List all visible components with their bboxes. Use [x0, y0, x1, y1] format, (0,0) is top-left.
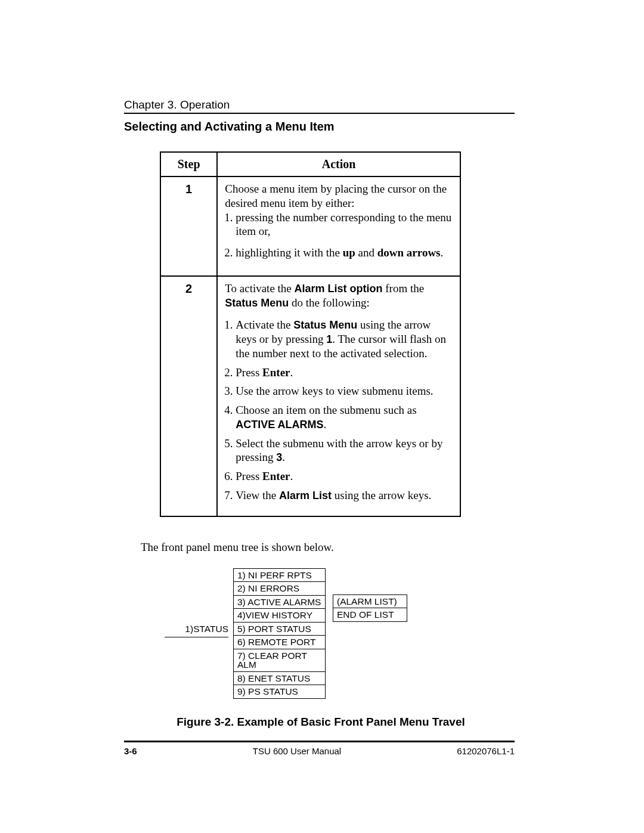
step-number: 2	[160, 276, 217, 516]
list-item: Choose an item on the submenu such as AC…	[236, 403, 453, 432]
tree-item: 4)VIEW HISTORY	[233, 608, 326, 622]
tree-item: 2) NI ERRORS	[233, 581, 326, 595]
table-row: 1 Choose a menu item by placing the curs…	[160, 176, 460, 276]
list-item: highlighting it with the up and down arr…	[236, 246, 453, 260]
list-item: Use the arrow keys to view submenu items…	[236, 384, 453, 398]
list-item: View the Alarm List using the arrow keys…	[236, 488, 453, 503]
action-intro: To activate the Alarm List option from t…	[225, 281, 453, 310]
list-item: pressing the number corresponding to the…	[236, 210, 453, 239]
list-item: Press Enter.	[236, 469, 453, 484]
table-row: 2 To activate the Alarm List option from…	[160, 276, 460, 516]
figure-caption: Figure 3-2. Example of Basic Front Panel…	[124, 716, 518, 729]
tree-item: 9) PS STATUS	[233, 685, 326, 699]
col-action: Action	[217, 152, 460, 176]
header-rule	[124, 113, 515, 114]
tree-item: (ALARM LIST)	[333, 594, 407, 608]
list-item: Press Enter.	[236, 366, 453, 380]
body-text: The front panel menu tree is shown below…	[141, 541, 518, 554]
chapter-header: Chapter 3. Operation	[124, 98, 518, 112]
tree-item: 7) CLEAR PORT ALM	[233, 649, 326, 671]
list-item: Activate the Status Menu using the arrow…	[236, 318, 453, 360]
page-footer: 3-6 TSU 600 User Manual 61202076L1-1	[124, 746, 515, 756]
action-cell: Choose a menu item by placing the cursor…	[217, 176, 460, 276]
tree-root: 1)STATUS	[185, 624, 228, 634]
menu-tree-figure: 1)STATUS 1) NI PERF RPTS 2) NI ERRORS 3)…	[160, 568, 518, 699]
col-step: Step	[160, 152, 217, 176]
footer-title: TSU 600 User Manual	[253, 746, 341, 756]
list-item: Select the submenu with the arrow keys o…	[236, 436, 453, 465]
tree-item: 3) ACTIVE ALARMS	[233, 595, 326, 609]
footer-docnum: 61202076L1-1	[457, 746, 515, 756]
footer-rule	[124, 741, 515, 742]
step-number: 1	[160, 176, 217, 276]
tree-right: (ALARM LIST) END OF LIST	[333, 568, 407, 622]
tree-item: 6) REMOTE PORT	[233, 635, 326, 649]
steps-table: Step Action 1 Choose a menu item by plac…	[160, 151, 461, 517]
tree-item: 8) ENET STATUS	[233, 671, 326, 685]
action-cell: To activate the Alarm List option from t…	[217, 276, 460, 516]
section-title: Selecting and Activating a Menu Item	[124, 120, 518, 134]
tree-item: 5) PORT STATUS	[233, 622, 326, 636]
action-intro: Choose a menu item by placing the cursor…	[225, 182, 453, 210]
footer-page: 3-6	[124, 746, 137, 756]
tree-item: 1) NI PERF RPTS	[233, 568, 326, 582]
tree-mid: 1) NI PERF RPTS 2) NI ERRORS 3) ACTIVE A…	[233, 568, 326, 699]
tree-item: END OF LIST	[333, 608, 407, 622]
